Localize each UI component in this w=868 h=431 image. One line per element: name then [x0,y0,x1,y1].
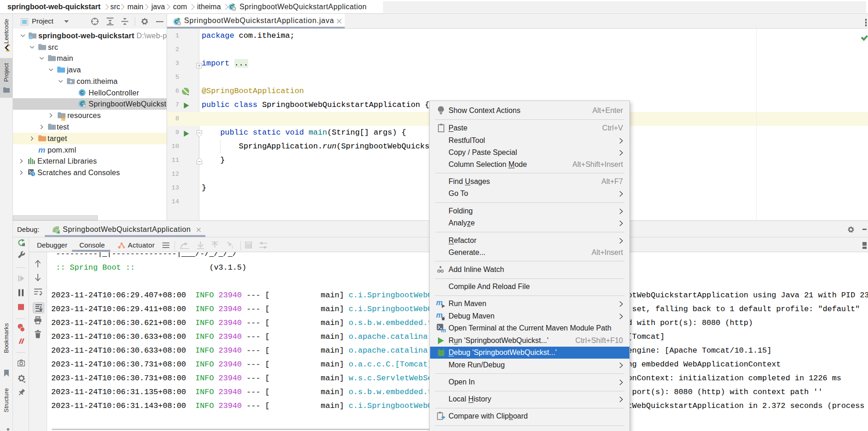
svg-text:m: m [436,312,443,319]
svg-text:m: m [436,299,443,307]
svg-text:m: m [441,327,446,333]
svg-text:I: I [232,245,233,249]
